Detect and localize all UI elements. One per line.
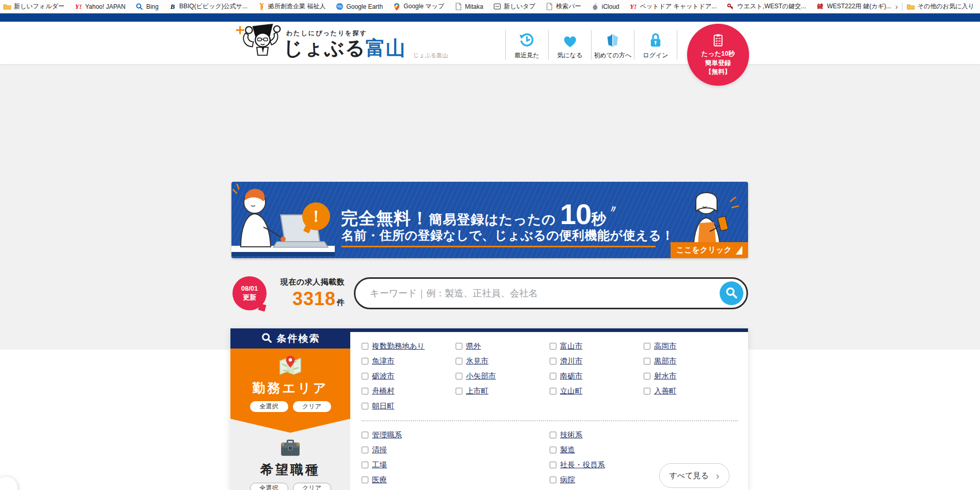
bookmark-new-tab[interactable]: 新しいタブ	[493, 2, 535, 11]
area-link[interactable]: 富山市	[560, 341, 583, 351]
banner-subline: 名前・住所の登録なしで、じょぶるの便利機能が使える！	[341, 227, 674, 244]
checkbox[interactable]	[550, 358, 556, 365]
occupation-title: 希望職種	[230, 461, 350, 478]
checkbox[interactable]	[550, 388, 556, 394]
checkbox[interactable]	[362, 462, 368, 468]
bookmark-pet-door[interactable]: Y! ペットドア キャットドア...	[629, 2, 717, 11]
checkbox[interactable]	[456, 388, 462, 394]
banner-cta-button[interactable]: ここをクリック	[671, 242, 748, 258]
bookmark-label: WEST222用 鍵(カギ)...	[827, 2, 892, 11]
other-favorites-button[interactable]: その他のお気に入り	[907, 2, 974, 11]
headline-mid: 簡易登録はたったの	[429, 211, 556, 229]
quick-register-button[interactable]: たった10秒 簡単登録 【無料】	[687, 24, 749, 86]
occupation-link[interactable]: 工場	[372, 460, 387, 470]
page-icon	[545, 3, 553, 11]
occupation-link[interactable]: 製造	[560, 445, 575, 455]
bookmark-bbiq[interactable]: B BBIQ(ビビック)公式サ...	[168, 2, 247, 11]
nav-login[interactable]: ログイン	[634, 29, 677, 61]
checkbox[interactable]	[362, 343, 368, 350]
area-link[interactable]: 南砺市	[560, 371, 583, 381]
checkbox[interactable]	[550, 477, 556, 483]
bookmark-west222-key[interactable]: 鍵 WEST222用 鍵(カギ)...	[816, 2, 892, 11]
keyword-search-input[interactable]	[355, 288, 746, 299]
checkbox[interactable]	[550, 373, 556, 380]
checkbox[interactable]	[362, 447, 368, 453]
occupation-link[interactable]: 医療	[372, 475, 387, 485]
checkbox[interactable]	[362, 403, 368, 409]
area-option: 高岡市	[644, 341, 738, 351]
search-button[interactable]	[720, 281, 743, 305]
area-link[interactable]: 射水市	[654, 371, 677, 381]
job-count-block: 現在の求人掲載数 3318件	[276, 277, 345, 310]
checkbox[interactable]	[644, 358, 650, 365]
area-link[interactable]: 舟橋村	[372, 386, 395, 396]
occupation-link[interactable]: 技術系	[560, 430, 583, 440]
checkbox[interactable]	[362, 358, 368, 365]
bookmark-search-bar[interactable]: 検索バー	[545, 2, 581, 11]
area-link[interactable]: 複数勤務地あり	[372, 341, 425, 351]
occupation-option: 医療	[362, 475, 550, 485]
site-logo[interactable]: わたしにぴったりを探す じょぶる富山	[234, 23, 406, 66]
occupation-link[interactable]: 社長・役員系	[560, 460, 605, 470]
checkbox[interactable]	[550, 432, 556, 438]
checkbox[interactable]	[456, 373, 462, 380]
bookmark-label: 拠所創造企業 福祉人	[268, 2, 325, 11]
area-link[interactable]: 入善町	[654, 386, 677, 396]
area-link[interactable]: 黒部市	[654, 356, 677, 366]
checkbox[interactable]	[362, 432, 368, 438]
area-link[interactable]: 上市町	[466, 386, 489, 396]
checkbox[interactable]	[362, 388, 368, 394]
area-link[interactable]: 立山町	[560, 386, 583, 396]
occupation-link[interactable]: 病院	[560, 475, 575, 485]
bookmark-west-key[interactable]: ウエスト,WESTの鍵交...	[726, 2, 806, 11]
page-icon	[454, 3, 462, 11]
checkbox[interactable]	[644, 343, 650, 350]
sparkle-icon: 〃	[607, 201, 619, 217]
occupation-clear-button[interactable]: クリア	[293, 483, 331, 490]
bookmarks-overflow-chevron-icon[interactable]: ›	[895, 3, 898, 10]
bookmark-yahoo-japan[interactable]: Y! Yahoo! JAPAN	[74, 3, 126, 11]
bookmark-google-earth[interactable]: Google Earth	[335, 3, 383, 11]
checkbox[interactable]	[456, 358, 462, 365]
area-link[interactable]: 氷見市	[466, 356, 489, 366]
search-icon	[261, 332, 272, 345]
area-clear-button[interactable]: クリア	[293, 401, 331, 412]
bookmark-bing[interactable]: Bing	[135, 3, 159, 11]
bookmark-icloud[interactable]: iCloud	[591, 3, 619, 11]
checkbox[interactable]	[550, 462, 556, 468]
area-link[interactable]: 魚津市	[372, 356, 395, 366]
area-link[interactable]: 小矢部市	[466, 371, 496, 381]
area-checkbox-grid: 複数勤務地あり 県外 富山市 高岡市 魚津市 氷見市 滑川市 黒部市 砺波市 小…	[362, 339, 748, 414]
update-date-badge: 08/01 更新	[232, 276, 267, 310]
promo-banner[interactable]: ！ 完全無料！ 簡易登録はたったの 10 秒 〃 名前・住所の登録なしで、じょぶ…	[231, 182, 748, 258]
checkbox[interactable]	[644, 373, 650, 380]
occupation-link[interactable]: 清掃	[372, 445, 387, 455]
bbiq-icon: B	[168, 3, 177, 11]
bookmark-new-folder[interactable]: 新しいフォルダー	[3, 2, 65, 11]
occupation-link[interactable]: 管理職系	[372, 430, 402, 440]
area-link[interactable]: 高岡市	[654, 341, 677, 351]
checkbox[interactable]	[550, 447, 556, 453]
bookmark-fukushijin[interactable]: 拠所創造企業 福祉人	[257, 2, 325, 11]
nav-recently-viewed[interactable]: 最近見た	[506, 29, 548, 61]
register-line3: 【無料】	[705, 68, 731, 76]
checkbox[interactable]	[456, 343, 462, 350]
checkbox[interactable]	[362, 477, 368, 483]
checkbox[interactable]	[644, 388, 650, 394]
bookmark-label: iCloud	[602, 3, 619, 10]
bookmark-google-maps[interactable]: Google マップ	[393, 2, 444, 11]
area-link[interactable]: 滑川市	[560, 356, 583, 366]
area-link[interactable]: 砺波市	[372, 371, 395, 381]
occupation-select-all-button[interactable]: 全選択	[250, 483, 288, 490]
nav-favorites[interactable]: 気になる	[549, 29, 591, 61]
area-link[interactable]: 朝日町	[372, 401, 395, 411]
see-all-button[interactable]: すべて見る ›	[659, 463, 729, 488]
clipboard-icon	[711, 33, 725, 49]
top-accent-bar	[0, 13, 980, 22]
area-link[interactable]: 県外	[466, 341, 481, 351]
checkbox[interactable]	[362, 373, 368, 380]
area-select-all-button[interactable]: 全選択	[250, 401, 288, 412]
checkbox[interactable]	[550, 343, 556, 350]
nav-first-time[interactable]: 初めての方へ	[592, 29, 634, 61]
bookmark-mitaka[interactable]: Mitaka	[454, 3, 483, 11]
